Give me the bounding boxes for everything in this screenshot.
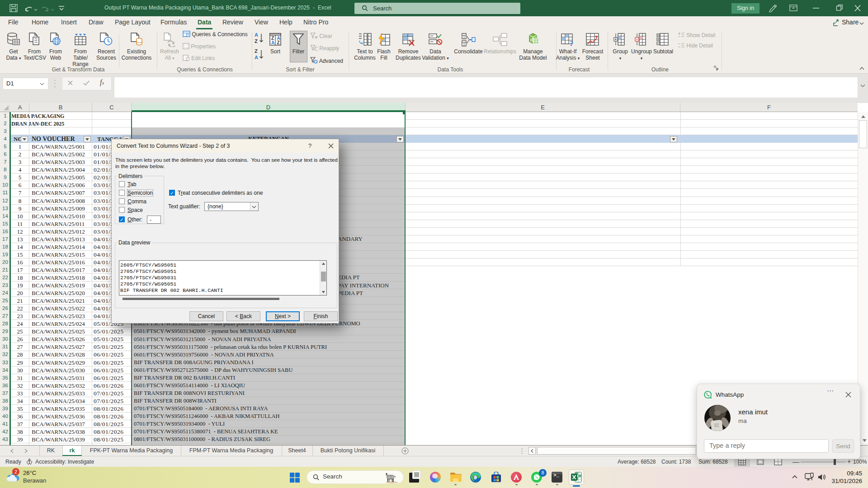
svg-text:Z: Z (255, 38, 258, 44)
svg-text:A: A (255, 32, 258, 38)
svg-text:A: A (271, 40, 274, 45)
svg-text:Z: Z (277, 40, 280, 45)
svg-text:Z: Z (255, 48, 258, 54)
svg-text:A: A (255, 55, 258, 60)
svg-text:?: ? (570, 40, 573, 47)
